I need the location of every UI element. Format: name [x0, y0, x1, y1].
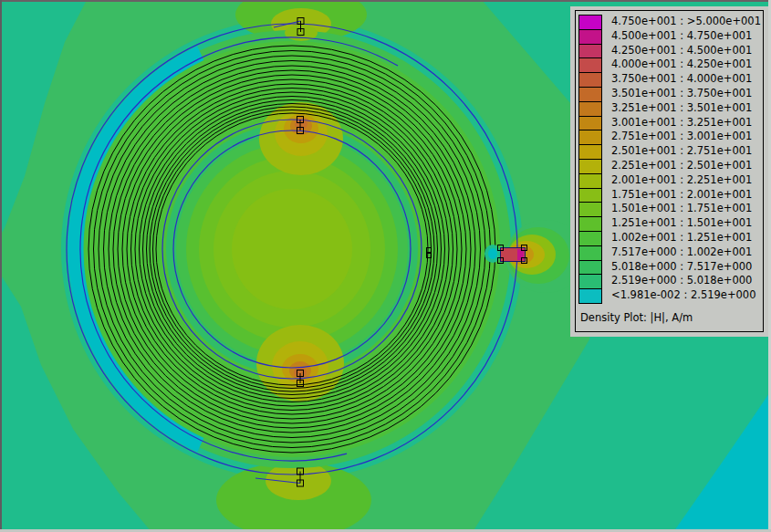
legend-range-label: 5.018e+000 : 7.517e+000 [611, 260, 752, 275]
legend-swatch [578, 231, 602, 246]
legend-range-label: 4.500e+001 : 4.750e+001 [611, 29, 752, 44]
legend-swatch [578, 101, 602, 117]
legend-row: 4.500e+001 : 4.750e+001 [578, 29, 763, 44]
femm-postprocessor-window: 4.750e+001 : >5.000e+001 4.500e+001 : 4.… [0, 0, 771, 532]
window-border-top [0, 0, 771, 2]
legend-swatch [578, 72, 602, 88]
legend-range-label: 1.002e+001 : 1.251e+001 [611, 231, 752, 245]
legend-range-label: 2.751e+001 : 3.001e+001 [611, 130, 752, 144]
legend-row: 1.251e+001 : 1.501e+001 [578, 216, 763, 231]
legend-swatch [578, 144, 602, 160]
legend-range-label: 7.517e+000 : 1.002e+001 [611, 245, 752, 260]
legend-row: 3.001e+001 : 3.251e+001 [578, 116, 763, 130]
legend-row: 2.751e+001 : 3.001e+001 [578, 130, 763, 144]
legend-row: 1.501e+001 : 1.751e+001 [578, 202, 763, 216]
legend-swatch [578, 202, 602, 217]
legend-swatch [578, 173, 602, 189]
legend-swatch [578, 116, 602, 131]
legend-range-label: 2.001e+001 : 2.251e+001 [611, 173, 752, 188]
legend-swatch [578, 188, 602, 203]
legend-range-label: 2.501e+001 : 2.751e+001 [611, 144, 752, 159]
legend-swatch [578, 130, 602, 145]
legend-row: <1.981e-002 : 2.519e+000 [578, 288, 763, 303]
legend-range-label: 1.251e+001 : 1.501e+001 [611, 216, 752, 231]
legend-range-label: 3.001e+001 : 3.251e+001 [611, 116, 752, 130]
density-legend-box: 4.750e+001 : >5.000e+001 4.500e+001 : 4.… [575, 10, 764, 332]
legend-row: 3.501e+001 : 3.750e+001 [578, 87, 763, 101]
legend-swatch [578, 15, 602, 30]
legend-swatch [578, 159, 602, 174]
legend-range-label: 4.250e+001 : 4.500e+001 [611, 44, 752, 58]
legend-row: 4.750e+001 : >5.000e+001 [578, 15, 763, 29]
window-border-left [0, 0, 2, 532]
legend-row: 1.002e+001 : 1.251e+001 [578, 231, 763, 245]
legend-row: 7.517e+000 : 1.002e+001 [578, 245, 763, 260]
legend-caption: Density Plot: |H|, A/m [580, 311, 763, 324]
legend-row: 4.250e+001 : 4.500e+001 [578, 44, 763, 58]
legend-range-label: 3.750e+001 : 4.000e+001 [611, 72, 752, 87]
legend-swatch [578, 44, 602, 59]
legend-row: 1.751e+001 : 2.001e+001 [578, 188, 763, 203]
legend-row: 3.750e+001 : 4.000e+001 [578, 72, 763, 87]
legend-swatch [578, 216, 602, 232]
legend-range-label: <1.981e-002 : 2.519e+000 [611, 288, 756, 303]
legend-row: 4.000e+001 : 4.250e+001 [578, 57, 763, 72]
legend-range-label: 4.000e+001 : 4.250e+001 [611, 57, 752, 72]
legend-range-label: 2.519e+000 : 5.018e+000 [611, 274, 752, 288]
legend-swatch [578, 87, 602, 102]
legend-swatch [578, 245, 602, 261]
legend-swatch [578, 288, 602, 304]
legend-swatch [578, 274, 602, 289]
legend-swatch [578, 260, 602, 276]
legend-range-label: 1.751e+001 : 2.001e+001 [611, 188, 752, 203]
legend-range-label: 4.750e+001 : >5.000e+001 [611, 15, 761, 29]
legend-range-label: 3.501e+001 : 3.750e+001 [611, 87, 752, 101]
legend-swatch [578, 29, 602, 45]
legend-range-label: 3.251e+001 : 3.501e+001 [611, 101, 752, 116]
legend-row: 2.001e+001 : 2.251e+001 [578, 173, 763, 188]
density-legend: 4.750e+001 : >5.000e+001 4.500e+001 : 4.… [570, 6, 768, 337]
legend-row: 2.251e+001 : 2.501e+001 [578, 159, 763, 173]
legend-row: 2.501e+001 : 2.751e+001 [578, 144, 763, 159]
feed-terminal [498, 245, 527, 264]
legend-range-label: 1.501e+001 : 1.751e+001 [611, 202, 752, 216]
legend-row: 3.251e+001 : 3.501e+001 [578, 101, 763, 116]
legend-row: 2.519e+000 : 5.018e+000 [578, 274, 763, 288]
legend-swatch [578, 57, 602, 73]
legend-row: 5.018e+000 : 7.517e+000 [578, 260, 763, 275]
legend-range-label: 2.251e+001 : 2.501e+001 [611, 159, 752, 173]
